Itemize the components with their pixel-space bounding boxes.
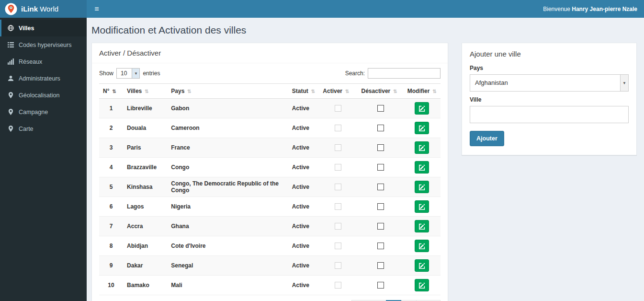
row-number: 1 bbox=[99, 99, 123, 118]
page-length-select[interactable]: 10 ▼ bbox=[116, 68, 140, 79]
edit-button[interactable] bbox=[415, 141, 429, 154]
desactiver-checkbox[interactable] bbox=[377, 184, 384, 190]
row-number: 10 bbox=[99, 276, 123, 295]
activer-checkbox bbox=[335, 203, 341, 210]
search-input[interactable] bbox=[368, 68, 441, 79]
sidebar-menu: Villes Codes hyperviseurs Réseaux bbox=[0, 18, 87, 137]
chevron-down-icon: ▼ bbox=[620, 75, 628, 91]
desactiver-checkbox[interactable] bbox=[377, 243, 384, 249]
show-label: Show bbox=[99, 70, 113, 77]
column-header-pays[interactable]: Pays⇅ bbox=[167, 84, 288, 99]
table-row: 6LagosNigeriaActive bbox=[99, 197, 441, 217]
edit-button[interactable] bbox=[415, 279, 429, 291]
topbar: ≡ Bienvenue Hanry Jean-pierre Nzale bbox=[87, 0, 644, 18]
row-number: 6 bbox=[99, 197, 123, 217]
sidebar-item-label: Réseaux bbox=[19, 58, 42, 65]
table-row: 1LibrevilleGabonActive bbox=[99, 99, 441, 118]
map-marker-icon bbox=[7, 109, 14, 115]
main-content: Modification et Activation des villes Ac… bbox=[87, 18, 644, 301]
user-icon bbox=[7, 75, 14, 81]
sort-icon: ⇅ bbox=[345, 89, 349, 94]
desactiver-checkbox[interactable] bbox=[377, 203, 384, 210]
column-header-desactiver[interactable]: Désactiver⇅ bbox=[358, 84, 404, 99]
statut-cell: Active bbox=[288, 158, 319, 177]
row-number: 7 bbox=[99, 217, 123, 236]
sidebar-item-label: Villes bbox=[19, 25, 34, 32]
activer-checkbox bbox=[335, 223, 341, 230]
ville-cell: Brazzaville bbox=[123, 158, 167, 177]
menu-toggle-button[interactable]: ≡ bbox=[87, 0, 107, 18]
edit-pencil-icon bbox=[419, 243, 425, 249]
globe-icon bbox=[7, 25, 14, 31]
pays-cell: Cote d'Ivoire bbox=[167, 236, 288, 256]
sidebar-item-campagne[interactable]: Campagne bbox=[0, 104, 87, 120]
table-row: 3ParisFranceActive bbox=[99, 138, 441, 158]
cities-panel: Activer / Désactiver Show 10 ▼ entries S… bbox=[91, 43, 448, 301]
bar-chart-icon bbox=[7, 58, 14, 65]
app-title: iLink World bbox=[21, 5, 58, 13]
sort-icon: ⇅ bbox=[145, 89, 148, 94]
sidebar-item-geolocalisation[interactable]: Géolocalisation bbox=[0, 87, 87, 104]
desactiver-checkbox[interactable] bbox=[377, 262, 384, 269]
statut-cell: Active bbox=[288, 256, 319, 276]
row-number: 5 bbox=[99, 177, 123, 197]
statut-cell: Active bbox=[288, 236, 319, 256]
table-row: 10BamakoMaliActive bbox=[99, 276, 441, 295]
pays-select[interactable]: Afghanistan ▼ bbox=[470, 74, 629, 92]
ville-label: Ville bbox=[470, 96, 629, 103]
edit-button[interactable] bbox=[415, 240, 429, 252]
cities-table: N°⇅ Villes⇅ Pays⇅ Statut⇅ Activer⇅ Désac… bbox=[99, 83, 441, 295]
desactiver-checkbox[interactable] bbox=[377, 125, 384, 131]
pays-cell: Senegal bbox=[167, 256, 288, 276]
sidebar-item-label: Campagne bbox=[19, 109, 48, 116]
ville-cell: Bamako bbox=[123, 276, 167, 295]
edit-button[interactable] bbox=[415, 122, 429, 134]
sidebar-item-label: Géolocalisation bbox=[19, 92, 59, 99]
sidebar-item-villes[interactable]: Villes bbox=[0, 20, 87, 36]
statut-cell: Active bbox=[288, 177, 319, 197]
activer-checkbox bbox=[335, 262, 341, 269]
edit-button[interactable] bbox=[415, 259, 429, 272]
edit-button[interactable] bbox=[415, 181, 429, 193]
desactiver-checkbox[interactable] bbox=[377, 223, 384, 230]
ville-input[interactable] bbox=[470, 106, 629, 123]
edit-button[interactable] bbox=[415, 102, 429, 115]
brand-logo-icon bbox=[5, 3, 17, 15]
activer-checkbox bbox=[335, 243, 341, 249]
pays-cell: Cameroon bbox=[167, 118, 288, 138]
table-row: 8AbidjanCote d'IvoireActive bbox=[99, 236, 441, 256]
statut-cell: Active bbox=[288, 197, 319, 217]
edit-pencil-icon bbox=[419, 223, 425, 230]
edit-button[interactable] bbox=[415, 220, 429, 232]
panel-title: Activer / Désactiver bbox=[92, 43, 448, 63]
column-header-villes[interactable]: Villes⇅ bbox=[123, 84, 167, 99]
column-header-modifier[interactable]: Modifier⇅ bbox=[404, 84, 441, 99]
sidebar-item-codes-hyperviseurs[interactable]: Codes hyperviseurs bbox=[0, 36, 87, 53]
desactiver-checkbox[interactable] bbox=[377, 144, 384, 151]
desactiver-checkbox[interactable] bbox=[377, 164, 384, 171]
edit-button[interactable] bbox=[415, 200, 429, 213]
sidebar-item-administrateurs[interactable]: Administrateurs bbox=[0, 70, 87, 87]
desactiver-checkbox[interactable] bbox=[377, 105, 384, 112]
desactiver-checkbox[interactable] bbox=[377, 282, 384, 289]
column-header-num[interactable]: N°⇅ bbox=[99, 84, 123, 99]
map-marker-icon bbox=[7, 92, 14, 98]
column-header-activer[interactable]: Activer⇅ bbox=[319, 84, 357, 99]
row-number: 4 bbox=[99, 158, 123, 177]
list-icon bbox=[7, 42, 14, 48]
ajouter-button[interactable]: Ajouter bbox=[470, 131, 504, 146]
sidebar-item-label: Administrateurs bbox=[19, 75, 60, 82]
brand-header: iLink World bbox=[0, 0, 87, 18]
sidebar-item-label: Codes hyperviseurs bbox=[19, 42, 71, 48]
pays-cell: Gabon bbox=[167, 99, 288, 118]
sidebar-item-reseaux[interactable]: Réseaux bbox=[0, 53, 87, 70]
ville-cell: Douala bbox=[123, 118, 167, 138]
row-number: 8 bbox=[99, 236, 123, 256]
activer-checkbox bbox=[335, 164, 341, 171]
pays-cell: Congo bbox=[167, 158, 288, 177]
edit-button[interactable] bbox=[415, 161, 429, 174]
entries-label: entries bbox=[143, 70, 160, 77]
sidebar-item-carte[interactable]: Carte bbox=[0, 120, 87, 137]
column-header-statut[interactable]: Statut⇅ bbox=[288, 84, 319, 99]
statut-cell: Active bbox=[288, 217, 319, 236]
